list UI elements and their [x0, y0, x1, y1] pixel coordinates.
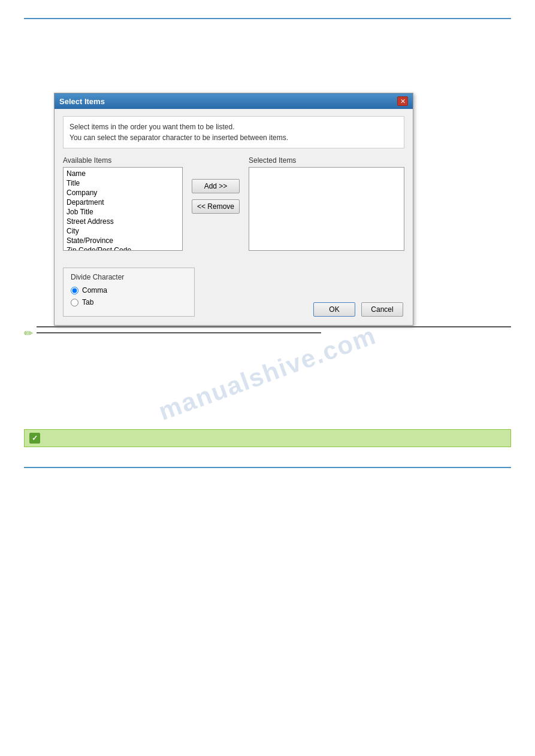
note-line-1 [37, 326, 511, 327]
comma-label: Comma [82, 286, 107, 294]
available-items-listbox[interactable]: Name Title Company Department Job Title … [63, 167, 183, 251]
info-line2: You can select the separator character t… [69, 132, 398, 143]
list-item[interactable]: Zip Code/Post Code [65, 245, 181, 251]
tab-radio-row: Tab [71, 298, 187, 306]
tab-label: Tab [82, 298, 93, 306]
list-item[interactable]: Company [65, 188, 181, 198]
divide-character-label: Divide Character [71, 273, 187, 281]
note-lines [37, 326, 511, 333]
list-item[interactable]: Department [65, 198, 181, 207]
divide-character-section: Divide Character Comma Tab [63, 268, 195, 317]
available-items-section: Name Title Company Department Job Title … [63, 167, 183, 251]
info-box: Select items in the order you want them … [63, 116, 404, 148]
add-remove-buttons: Add >> << Remove [189, 167, 243, 214]
info-line1: Select items in the order you want them … [69, 122, 398, 132]
top-divider [24, 18, 511, 19]
bottom-divider [24, 467, 511, 468]
list-item[interactable]: State/Province [65, 236, 181, 245]
dialog-wrapper: Select Items ✕ Select items in the order… [54, 93, 413, 326]
ok-cancel-section: OK Cancel [313, 302, 404, 317]
selected-items-label: Selected Items [249, 156, 404, 165]
note-line-2 [37, 332, 321, 333]
list-item[interactable]: Job Title [65, 207, 181, 217]
list-item[interactable]: Title [65, 178, 181, 188]
dialog-title: Select Items [59, 97, 105, 106]
remove-button[interactable]: << Remove [192, 199, 240, 214]
selected-items-section [249, 167, 404, 251]
green-banner: ✓ [24, 429, 511, 447]
selected-items-listbox[interactable] [249, 167, 404, 251]
dialog-close-button[interactable]: ✕ [397, 96, 408, 106]
list-item[interactable]: Street Address [65, 217, 181, 226]
dialog-titlebar: Select Items ✕ [55, 93, 413, 109]
comma-radio[interactable] [71, 287, 78, 294]
comma-radio-row: Comma [71, 286, 187, 294]
main-content-area: Name Title Company Department Job Title … [63, 167, 404, 251]
cancel-button[interactable]: Cancel [361, 302, 403, 317]
pencil-icon: ✏ [24, 327, 33, 340]
list-item[interactable]: Name [65, 169, 181, 178]
tab-radio[interactable] [71, 299, 78, 306]
list-item[interactable]: City [65, 226, 181, 236]
note-row: ✏ [24, 326, 511, 340]
add-button[interactable]: Add >> [192, 179, 240, 193]
dialog-body: Select items in the order you want them … [55, 109, 413, 325]
select-items-dialog: Select Items ✕ Select items in the order… [54, 93, 413, 326]
available-items-label: Available Items [63, 156, 183, 165]
checkmark-icon: ✓ [29, 433, 40, 444]
ok-button[interactable]: OK [313, 302, 355, 317]
